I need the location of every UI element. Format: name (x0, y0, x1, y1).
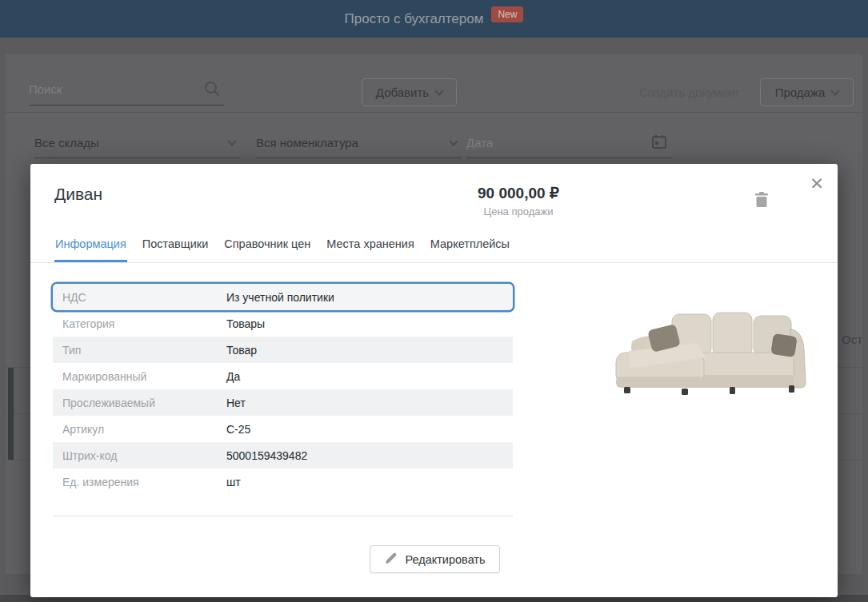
modal-tabs: Информация Поставщики Справочник цен Мес… (30, 234, 838, 263)
close-button[interactable]: ✕ (805, 172, 829, 196)
sale-button[interactable]: Продажа (760, 78, 854, 106)
sale-price-label: Цена продажи (398, 205, 638, 217)
tab-marketplaces[interactable]: Маркетплейсы (430, 237, 510, 262)
new-badge: New (491, 6, 523, 22)
background-row-divider (838, 460, 862, 460)
field-label: Прослеживаемый (53, 397, 226, 409)
edit-button-label: Редактировать (405, 553, 485, 566)
field-value: Из учетной политики (226, 291, 334, 304)
background-table-header-partial: Ост (842, 333, 868, 346)
field-value: Товар (226, 344, 257, 357)
field-row-vat[interactable]: НДС Из учетной политики (53, 284, 513, 310)
pencil-icon (384, 552, 398, 568)
product-modal: Диван 90 000,00 ₽ Цена продажи ✕ Информа… (30, 164, 838, 597)
close-icon: ✕ (810, 174, 824, 193)
field-row-type[interactable]: Тип Товар (53, 337, 513, 363)
field-value: 5000159439482 (226, 449, 307, 462)
tab-price-list[interactable]: Справочник цен (223, 237, 311, 262)
product-image-sofa (608, 306, 808, 401)
search-input[interactable] (29, 74, 189, 104)
chevron-down-icon (831, 86, 840, 95)
product-title: Диван (54, 185, 102, 204)
field-value: Нет (226, 397, 246, 409)
warehouse-filter-select[interactable]: Все склады (34, 128, 240, 158)
product-fields-table: НДС Из учетной политики Категория Товары… (53, 284, 513, 516)
tab-information[interactable]: Информация (54, 237, 127, 262)
field-label: НДС (53, 291, 226, 304)
sale-button-label: Продажа (775, 86, 826, 99)
chevron-down-icon (449, 137, 458, 146)
calendar-icon[interactable] (651, 134, 667, 152)
field-row-marked[interactable]: Маркированный Да (53, 363, 513, 389)
search-field-wrap (29, 74, 224, 106)
warehouse-filter-value: Все склады (34, 136, 99, 150)
app-root: Просто с бухгалтером New Добавить Создат… (0, 0, 868, 602)
background-row-divider (6, 460, 30, 460)
table-bottom-divider (53, 516, 513, 516)
field-value: Да (226, 370, 240, 383)
chevron-down-icon (227, 137, 236, 146)
field-value: С-25 (226, 423, 250, 436)
create-document-label: Создать документ (639, 86, 740, 99)
promo-topbar: Просто с бухгалтером New (0, 0, 868, 38)
field-value: Товары (226, 317, 265, 330)
field-label: Артикул (53, 423, 226, 436)
field-row-article[interactable]: Артикул С-25 (53, 416, 513, 442)
field-row-category[interactable]: Категория Товары (53, 310, 513, 337)
sale-price-value: 90 000,00 ₽ (398, 184, 638, 202)
delete-button[interactable] (749, 188, 774, 213)
search-icon[interactable] (203, 80, 221, 101)
date-filter-input[interactable]: Дата (466, 128, 672, 158)
field-label: Маркированный (53, 370, 226, 383)
trash-icon (754, 191, 770, 211)
tab-storage-locations[interactable]: Места хранения (326, 237, 415, 262)
field-label: Тип (53, 344, 226, 357)
date-filter-placeholder: Дата (466, 136, 493, 150)
field-row-unit[interactable]: Ед. измерения шт (53, 468, 513, 495)
field-label: Категория (53, 317, 226, 330)
nomenclature-filter-select[interactable]: Вся номенклатура (256, 128, 462, 158)
toolbar-divider (6, 112, 862, 113)
field-row-traceable[interactable]: Прослеживаемый Нет (53, 389, 513, 416)
field-row-barcode[interactable]: Штрих-код 5000159439482 (53, 442, 513, 468)
add-button-label: Добавить (376, 86, 429, 99)
field-value: шт (226, 476, 241, 488)
promo-text[interactable]: Просто с бухгалтером (345, 11, 484, 27)
field-label: Штрих-код (53, 449, 226, 462)
edit-button[interactable]: Редактировать (370, 545, 500, 573)
background-row-divider (838, 413, 862, 414)
nomenclature-filter-value: Вся номенклатура (256, 136, 358, 150)
price-block: 90 000,00 ₽ Цена продажи (398, 184, 638, 217)
chevron-down-icon (434, 86, 443, 95)
field-label: Ед. измерения (53, 476, 226, 488)
tab-suppliers[interactable]: Поставщики (142, 237, 209, 262)
background-selected-row-stripe (8, 368, 14, 460)
add-button[interactable]: Добавить (362, 78, 457, 106)
background-row-divider (838, 367, 862, 368)
